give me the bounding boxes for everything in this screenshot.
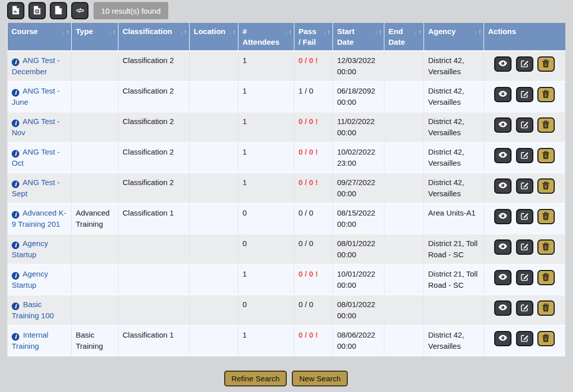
actions-cell	[484, 51, 565, 81]
view-button[interactable]	[494, 331, 511, 346]
column-header[interactable]: # Attendees ↓ ↑	[238, 23, 294, 51]
refine-search-button[interactable]: Refine Search	[224, 371, 287, 386]
edit-button[interactable]	[516, 300, 533, 316]
delete-button[interactable]	[537, 300, 555, 316]
end-date-cell	[384, 264, 424, 295]
course-link[interactable]: i Advanced K-9 Training 201	[12, 208, 66, 228]
course-link[interactable]: i ANG Test - June	[12, 86, 59, 106]
view-button[interactable]	[494, 270, 511, 285]
pass-fail-cell: 0 / 0 !	[294, 112, 333, 142]
view-button[interactable]	[494, 300, 511, 316]
view-button[interactable]	[494, 209, 511, 224]
eye-icon	[498, 304, 507, 312]
export-excel-button[interactable]	[28, 2, 46, 19]
sort-icons: ↓ ↑	[179, 26, 187, 37]
column-header[interactable]: Type ↓ ↑	[72, 23, 118, 51]
edit-button[interactable]	[516, 148, 533, 163]
delete-button[interactable]	[537, 270, 555, 285]
location-cell	[190, 264, 238, 295]
view-button[interactable]	[494, 178, 511, 194]
eye-icon	[498, 152, 507, 160]
course-link[interactable]: i Basic Training 100	[12, 300, 54, 320]
edit-button[interactable]	[516, 331, 533, 346]
column-header[interactable]: Start Date ↓ ↑	[333, 23, 384, 51]
sort-asc-icon: ↑	[184, 28, 188, 36]
view-button[interactable]	[494, 148, 511, 163]
type-cell	[72, 51, 118, 81]
course-cell: i Agency Startup	[8, 234, 72, 264]
course-link[interactable]: i ANG Test - December	[12, 56, 59, 76]
info-icon[interactable]: i	[12, 242, 19, 249]
trash-icon	[542, 120, 550, 130]
delete-button[interactable]	[537, 239, 555, 255]
column-header-label: Actions	[488, 26, 563, 37]
delete-button[interactable]	[537, 148, 555, 163]
info-icon[interactable]: i	[12, 333, 19, 341]
course-link[interactable]: i Agency Startup	[12, 239, 48, 259]
sort-asc-icon: ↑	[113, 28, 116, 36]
edit-button[interactable]	[516, 117, 533, 133]
export-pdf-button[interactable]	[7, 2, 24, 19]
view-button[interactable]	[494, 87, 511, 102]
info-icon[interactable]: i	[12, 211, 19, 219]
info-icon[interactable]: i	[12, 272, 19, 280]
classification-cell: Classification 2	[118, 81, 190, 112]
column-header[interactable]: Classification ↓ ↑	[118, 23, 190, 51]
info-icon[interactable]: i	[12, 303, 19, 310]
trash-icon	[542, 182, 550, 191]
column-header[interactable]: Course ↓ ↑	[8, 23, 72, 51]
export-code-button[interactable]: </>	[71, 2, 88, 19]
edit-button[interactable]	[516, 209, 533, 224]
course-link[interactable]: i ANG Test - Nov	[12, 117, 59, 137]
sort-desc-icon: ↓	[323, 28, 326, 36]
delete-button[interactable]	[537, 209, 555, 224]
column-header[interactable]: Agency ↓ ↑	[424, 23, 484, 51]
course-link[interactable]: i ANG Test - Sept	[12, 178, 59, 198]
course-link[interactable]: i Internal Training	[12, 330, 48, 350]
course-link-label: ANG Test - Sept	[12, 178, 59, 198]
location-cell	[190, 142, 238, 173]
delete-button[interactable]	[537, 87, 555, 102]
classification-cell: Classification 2	[118, 173, 190, 203]
info-icon[interactable]: i	[12, 150, 19, 158]
course-link[interactable]: i Agency Startup	[12, 269, 48, 289]
type-cell	[72, 142, 118, 173]
delete-button[interactable]	[537, 331, 555, 346]
course-link[interactable]: i ANG Test - Oct	[12, 147, 59, 167]
delete-button[interactable]	[537, 117, 555, 133]
view-button[interactable]	[494, 56, 511, 72]
end-date-cell	[384, 203, 424, 234]
delete-button[interactable]	[537, 178, 555, 194]
column-header[interactable]: Location ↓ ↑	[190, 23, 238, 51]
course-cell: i Basic Training 100	[8, 295, 72, 325]
edit-button[interactable]	[516, 270, 533, 285]
start-date-cell: 08/01/2022 00:00	[333, 295, 384, 325]
delete-button[interactable]	[537, 56, 555, 72]
edit-button[interactable]	[516, 56, 533, 72]
pass-fail-cell: 0 / 0 !	[294, 142, 333, 173]
sort-desc-icon: ↓	[179, 28, 183, 36]
classification-cell	[118, 264, 190, 295]
info-icon[interactable]: i	[12, 58, 19, 66]
trash-icon	[542, 243, 550, 252]
actions-cell	[484, 173, 565, 203]
edit-button[interactable]	[516, 87, 533, 102]
sort-icons: ↓ ↑	[374, 26, 382, 37]
view-button[interactable]	[494, 239, 511, 255]
info-icon[interactable]: i	[12, 180, 19, 188]
edit-icon	[521, 243, 529, 252]
edit-button[interactable]	[516, 239, 533, 255]
column-header[interactable]: Pass / Fail ↓ ↑	[294, 23, 333, 51]
sort-asc-icon: ↑	[478, 28, 482, 36]
edit-button[interactable]	[516, 178, 533, 194]
export-file-button[interactable]	[50, 2, 67, 19]
info-icon[interactable]: i	[12, 119, 19, 127]
view-button[interactable]	[494, 117, 511, 133]
classification-cell	[118, 234, 190, 264]
edit-icon	[521, 273, 529, 283]
sort-asc-icon: ↑	[233, 28, 236, 36]
classification-cell: Classification 2	[118, 112, 190, 142]
new-search-button[interactable]: New Search	[292, 371, 348, 386]
column-header[interactable]: End Date ↓ ↑	[384, 23, 424, 51]
info-icon[interactable]: i	[12, 89, 19, 97]
